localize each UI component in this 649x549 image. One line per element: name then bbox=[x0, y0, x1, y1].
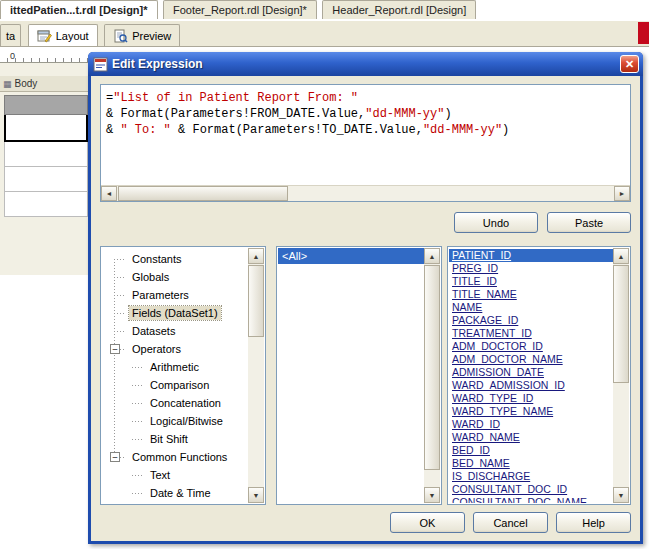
tree-item-constants[interactable]: Constants bbox=[102, 250, 248, 268]
table-row[interactable] bbox=[4, 142, 88, 167]
expression-token-string: "List of in Patient Report From: " bbox=[113, 91, 358, 105]
field-label: CONSULTANT_DOC_ID bbox=[452, 483, 567, 495]
field-item-treatment-id[interactable]: TREATMENT_ID bbox=[449, 327, 613, 340]
tree-item-datasets[interactable]: Datasets bbox=[102, 322, 248, 340]
field-item-is-discharge[interactable]: IS_DISCHARGE bbox=[449, 470, 613, 483]
tree-item-logical-bitwise[interactable]: Logical/Bitwise bbox=[102, 412, 248, 430]
field-item-consultant-doc-id[interactable]: CONSULTANT_DOC_ID bbox=[449, 483, 613, 496]
document-tab-bar: ittedPatien...t.rdl [Design]* Footer_Rep… bbox=[0, 0, 649, 20]
field-label: WARD_TYPE_ID bbox=[452, 392, 533, 404]
field-item-title-id[interactable]: TITLE_ID bbox=[449, 275, 613, 288]
tab-data[interactable]: ta bbox=[0, 24, 21, 46]
field-item-package-id[interactable]: PACKAGE_ID bbox=[449, 314, 613, 327]
collapse-icon[interactable]: − bbox=[110, 452, 120, 462]
help-button[interactable]: Help bbox=[556, 512, 631, 533]
design-surface: ▦Body bbox=[0, 63, 88, 275]
scroll-up-icon[interactable]: ▲ bbox=[248, 248, 264, 264]
subcategory-item-all[interactable]: <All> bbox=[278, 248, 424, 264]
scroll-right-icon[interactable]: ► bbox=[614, 186, 630, 201]
scroll-down-icon[interactable]: ▼ bbox=[248, 487, 264, 503]
hscroll-thumb[interactable] bbox=[118, 186, 288, 201]
expression-line: & Format(Parameters!FROM_DATE.Value,"dd-… bbox=[106, 106, 626, 122]
tree-scrollbar[interactable]: ▲ ▼ bbox=[248, 248, 264, 503]
close-button[interactable]: ✕ bbox=[620, 55, 639, 73]
field-label: ADM_DOCTOR_ID bbox=[452, 340, 543, 352]
expression-hscrollbar[interactable]: ◄ ► bbox=[101, 185, 630, 201]
category-tree-panel[interactable]: ConstantsGlobalsParametersFields (DataSe… bbox=[100, 246, 266, 505]
field-item-ward-type-id[interactable]: WARD_TYPE_ID bbox=[449, 392, 613, 405]
tab-header-report[interactable]: Header_Report.rdl [Design] bbox=[322, 0, 476, 19]
scroll-down-icon[interactable]: ▼ bbox=[613, 487, 629, 503]
vscroll-thumb[interactable] bbox=[248, 265, 264, 337]
field-item-ward-id[interactable]: WARD_ID bbox=[449, 418, 613, 431]
vscroll-thumb[interactable] bbox=[424, 265, 440, 470]
fields-panel[interactable]: PATIENT_IDPREG_IDTITLE_IDTITLE_NAMENAMEP… bbox=[447, 246, 631, 505]
tree-item-label: Arithmetic bbox=[147, 360, 202, 374]
field-item-ward-type-name[interactable]: WARD_TYPE_NAME bbox=[449, 405, 613, 418]
fields-scrollbar[interactable]: ▲ ▼ bbox=[613, 248, 629, 503]
field-item-adm-doctor-name[interactable]: ADM_DOCTOR_NAME bbox=[449, 353, 613, 366]
field-item-preg-id[interactable]: PREG_ID bbox=[449, 262, 613, 275]
field-label: BED_NAME bbox=[452, 457, 510, 469]
tab-layout[interactable]: Layout bbox=[28, 24, 98, 46]
tab-footer-report[interactable]: Footer_Report.rdl [Design]* bbox=[163, 0, 317, 19]
tree-item-arithmetic[interactable]: Arithmetic bbox=[102, 358, 248, 376]
expression-token-code: & Format(Parameters!FROM_DATE.Value, bbox=[106, 107, 365, 121]
field-item-admission-date[interactable]: ADMISSION_DATE bbox=[449, 366, 613, 379]
tree-item-concatenation[interactable]: Concatenation bbox=[102, 394, 248, 412]
tree-item-parameters[interactable]: Parameters bbox=[102, 286, 248, 304]
scroll-down-icon[interactable]: ▼ bbox=[424, 487, 440, 503]
table-selected-row[interactable] bbox=[4, 115, 88, 142]
scroll-up-icon[interactable]: ▲ bbox=[613, 248, 629, 264]
tree-item-label: Constants bbox=[129, 252, 185, 266]
field-item-bed-name[interactable]: BED_NAME bbox=[449, 457, 613, 470]
tree-item-text[interactable]: Text bbox=[102, 466, 248, 484]
horizontal-ruler: 0 bbox=[0, 50, 88, 63]
tab-label: Header_Report.rdl [Design] bbox=[332, 4, 466, 16]
grid-icon: ▦ bbox=[3, 77, 12, 92]
paste-button[interactable]: Paste bbox=[547, 212, 631, 233]
field-item-ward-admission-id[interactable]: WARD_ADMISSION_ID bbox=[449, 379, 613, 392]
expression-text[interactable]: ="List of in Patient Report From: "& For… bbox=[101, 85, 630, 185]
expression-editor[interactable]: ="List of in Patient Report From: "& For… bbox=[100, 84, 631, 202]
field-item-ward-name[interactable]: WARD_NAME bbox=[449, 431, 613, 444]
field-item-adm-doctor-id[interactable]: ADM_DOCTOR_ID bbox=[449, 340, 613, 353]
field-item-name[interactable]: NAME bbox=[449, 301, 613, 314]
tree-item-label: Globals bbox=[129, 270, 172, 284]
tree-item-comparison[interactable]: Comparison bbox=[102, 376, 248, 394]
field-item-bed-id[interactable]: BED_ID bbox=[449, 444, 613, 457]
dialog-titlebar[interactable]: Edit Expression ✕ bbox=[88, 52, 643, 76]
ok-button[interactable]: OK bbox=[390, 512, 465, 533]
tab-admitted-patient-report[interactable]: ittedPatien...t.rdl [Design]* bbox=[0, 0, 158, 19]
field-item-title-name[interactable]: TITLE_NAME bbox=[449, 288, 613, 301]
field-item-patient-id[interactable]: PATIENT_ID bbox=[449, 249, 613, 262]
tree-item-bit-shift[interactable]: Bit Shift bbox=[102, 430, 248, 448]
field-label: BED_ID bbox=[452, 444, 490, 456]
tree-item-globals[interactable]: Globals bbox=[102, 268, 248, 286]
table-header-row[interactable] bbox=[4, 95, 88, 115]
red-indicator bbox=[638, 22, 649, 44]
subcategory-scrollbar[interactable]: ▲ ▼ bbox=[424, 248, 440, 503]
report-table[interactable] bbox=[4, 95, 88, 217]
subcategory-panel[interactable]: <All> ▲ ▼ bbox=[276, 246, 442, 505]
collapse-icon[interactable]: − bbox=[110, 344, 120, 354]
tab-preview[interactable]: Preview bbox=[104, 24, 180, 46]
cancel-button[interactable]: Cancel bbox=[473, 512, 548, 533]
tree-item-operators[interactable]: −Operators bbox=[102, 340, 248, 358]
field-item-consultant-doc-name[interactable]: CONSULTANT_DOC_NAME bbox=[449, 496, 613, 503]
tree-item-label: Common Functions bbox=[129, 450, 230, 464]
field-label: ADM_DOCTOR_NAME bbox=[452, 353, 563, 365]
vscroll-thumb[interactable] bbox=[613, 265, 629, 383]
body-band-header[interactable]: ▦Body bbox=[0, 76, 88, 92]
table-row[interactable] bbox=[4, 167, 88, 192]
tree-item-label: Parameters bbox=[129, 288, 192, 302]
scroll-up-icon[interactable]: ▲ bbox=[424, 248, 440, 264]
scroll-left-icon[interactable]: ◄ bbox=[101, 186, 117, 201]
table-row[interactable] bbox=[4, 192, 88, 217]
undo-button[interactable]: Undo bbox=[454, 212, 538, 233]
tab-label: Preview bbox=[132, 30, 171, 42]
ruler-ticks bbox=[0, 58, 88, 62]
tree-item-date-time[interactable]: Date & Time bbox=[102, 484, 248, 502]
tree-item-common-functions[interactable]: −Common Functions bbox=[102, 448, 248, 466]
tree-item-fields-dataset1[interactable]: Fields (DataSet1) bbox=[102, 304, 248, 322]
